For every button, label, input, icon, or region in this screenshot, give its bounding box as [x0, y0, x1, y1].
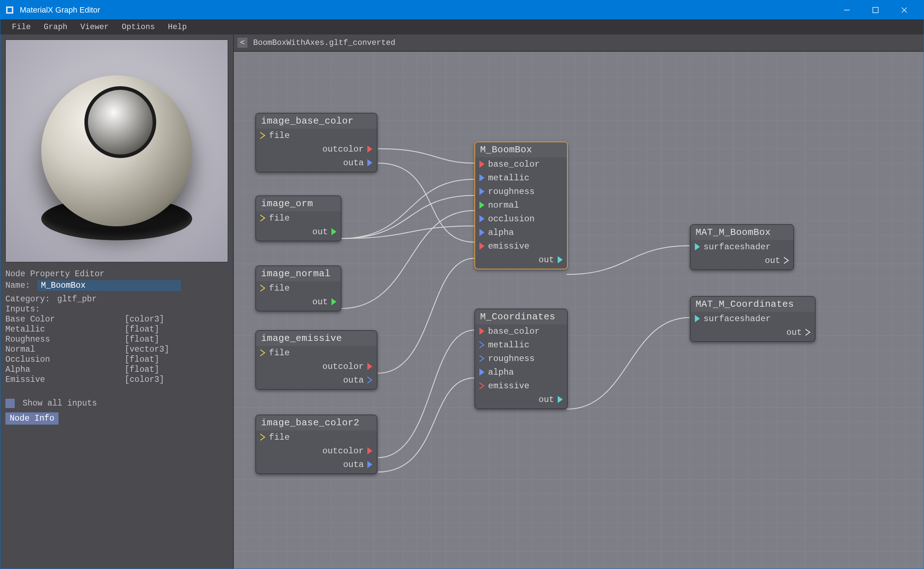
inputs-header: Inputs: [5, 304, 228, 314]
port-label: metallic [488, 340, 529, 350]
input-label[interactable]: Alpha [5, 365, 120, 374]
port-in-icon[interactable] [695, 315, 700, 322]
input-label[interactable]: Normal [5, 345, 120, 354]
port-in-icon[interactable] [479, 161, 485, 168]
menu-file[interactable]: File [5, 20, 37, 34]
input-type: [float] [125, 365, 160, 374]
port-label: out [539, 255, 554, 265]
port-label: surfaceshader [704, 242, 771, 252]
input-label[interactable]: Base Color [5, 315, 120, 324]
input-label[interactable]: Occlusion [5, 355, 120, 364]
node-title: M_BoomBox [475, 142, 567, 157]
input-label[interactable]: Roughness [5, 335, 120, 344]
port-label: outcolor [322, 145, 364, 154]
port-out-icon[interactable] [367, 146, 372, 153]
node-mat-m-coordinates[interactable]: MAT_M_Coordinates surfaceshader out [690, 296, 816, 342]
port-out-icon[interactable] [558, 256, 563, 263]
left-panel: Node Property Editor Name: M_BoomBox Cat… [0, 35, 234, 569]
port-in-icon[interactable] [479, 174, 485, 181]
node-title: MAT_M_Coordinates [691, 297, 815, 312]
port-out-icon[interactable] [367, 447, 372, 455]
node-image-normal[interactable]: image_normal file out [255, 265, 342, 312]
port-label: metallic [488, 173, 529, 183]
svg-rect-3 [873, 7, 878, 12]
port-out-icon[interactable] [784, 257, 789, 264]
port-label: outa [343, 460, 364, 470]
node-property-editor: Node Property Editor Name: M_BoomBox Cat… [0, 267, 233, 569]
node-image-emissive[interactable]: image_emissive file outcolor outa [255, 330, 377, 390]
port-in-icon[interactable] [479, 328, 485, 335]
port-in-icon[interactable] [260, 349, 265, 356]
name-field[interactable]: M_BoomBox [37, 280, 181, 291]
port-label: surfaceshader [704, 314, 771, 324]
port-in-icon[interactable] [260, 434, 265, 441]
port-in-icon[interactable] [260, 132, 265, 139]
port-label: file [269, 213, 290, 223]
port-in-icon[interactable] [479, 215, 485, 222]
input-label[interactable]: Metallic [5, 325, 120, 334]
node-image-orm[interactable]: image_orm file out [255, 195, 342, 241]
menu-help[interactable]: Help [161, 20, 193, 34]
port-in-icon[interactable] [479, 229, 485, 236]
port-out-icon[interactable] [558, 396, 563, 403]
menu-options[interactable]: Options [115, 20, 161, 34]
preview-sphere [41, 75, 192, 226]
port-out-icon[interactable] [805, 329, 810, 336]
node-title: image_orm [256, 196, 341, 211]
node-m-coordinates[interactable]: M_Coordinates base_color metallic roughn… [474, 309, 568, 409]
port-in-icon[interactable] [479, 188, 485, 195]
port-label: emissive [488, 241, 529, 251]
node-info-button[interactable]: Node Info [5, 412, 59, 424]
port-label: out [312, 227, 328, 237]
port-in-icon[interactable] [479, 202, 485, 209]
port-label: outa [343, 158, 364, 168]
port-label: roughness [488, 354, 535, 364]
minimize-button[interactable] [833, 0, 861, 20]
show-all-inputs-checkbox[interactable] [5, 399, 15, 408]
menu-graph[interactable]: Graph [37, 20, 74, 34]
graph-back-button[interactable]: < [237, 38, 248, 48]
port-in-icon[interactable] [479, 355, 485, 362]
port-label: outa [343, 376, 364, 385]
port-label: file [269, 348, 290, 358]
titlebar[interactable]: MaterialX Graph Editor [0, 0, 924, 20]
port-label: file [269, 432, 290, 442]
port-out-icon[interactable] [367, 461, 372, 468]
input-type: [color3] [125, 375, 164, 384]
port-out-icon[interactable] [331, 298, 336, 305]
port-label: alpha [488, 367, 514, 377]
show-all-inputs-label: Show all inputs [23, 399, 97, 408]
port-in-icon[interactable] [479, 368, 485, 376]
maximize-button[interactable] [861, 0, 890, 20]
node-mat-m-boombox[interactable]: MAT_M_BoomBox surfaceshader out [690, 224, 794, 270]
input-type: [float] [125, 325, 160, 334]
node-m-boombox[interactable]: M_BoomBox base_color metallic roughness … [474, 141, 568, 269]
graph-path: BoomBoxWithAxes.gltf_converted [253, 38, 395, 47]
port-out-icon[interactable] [367, 159, 372, 166]
port-label: occlusion [488, 214, 535, 224]
port-label: normal [488, 201, 519, 210]
port-in-icon[interactable] [260, 284, 265, 292]
port-label: roughness [488, 187, 535, 196]
menu-viewer[interactable]: Viewer [74, 20, 115, 34]
input-type: [float] [125, 335, 160, 344]
port-out-icon[interactable] [331, 228, 336, 235]
port-in-icon[interactable] [479, 242, 485, 250]
port-in-icon[interactable] [479, 382, 485, 389]
graph-area: < BoomBoxWithAxes.gltf_converted [234, 35, 924, 569]
port-out-icon[interactable] [367, 376, 372, 383]
port-label: emissive [488, 381, 529, 391]
port-in-icon[interactable] [479, 341, 485, 348]
port-in-icon[interactable] [695, 243, 700, 250]
node-image-base-color2[interactable]: image_base_color2 file outcolor outa [255, 415, 377, 474]
node-image-base-color[interactable]: image_base_color file outcolor outa [255, 113, 377, 172]
node-canvas[interactable]: image_base_color file outcolor outa imag… [234, 52, 924, 569]
port-out-icon[interactable] [367, 363, 372, 370]
input-label[interactable]: Emissive [5, 375, 120, 384]
close-button[interactable] [890, 0, 919, 20]
port-label: file [269, 283, 290, 293]
port-label: out [312, 297, 328, 307]
port-in-icon[interactable] [260, 215, 265, 222]
material-preview[interactable] [5, 40, 228, 262]
name-label: Name: [5, 281, 30, 290]
